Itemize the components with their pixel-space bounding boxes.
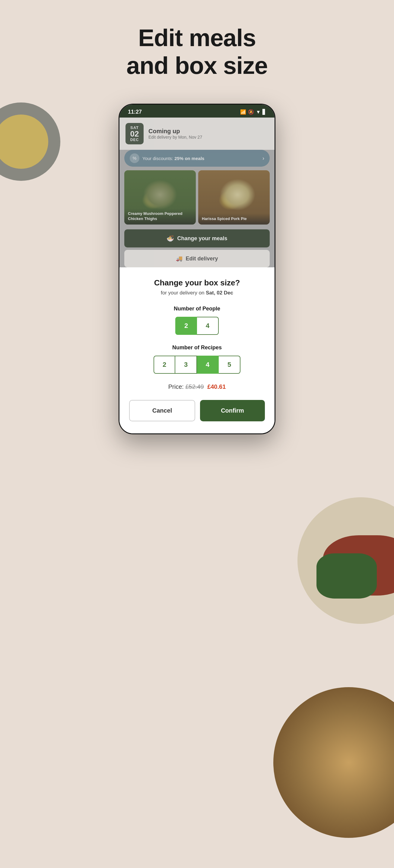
cancel-button[interactable]: Cancel [129,400,195,421]
meal-card-2-label: Harissa Spiced Pork Pie [198,213,270,224]
status-bar: 11:27 📶 🔕 ▼ ▋ [119,104,275,118]
discount-chevron: › [262,155,264,161]
price-row: Price: £52.49 £40.61 [129,383,265,390]
discount-left: % Your discounts: 25% on meals [130,153,204,163]
page-header: Edit meals and box size [114,0,280,98]
recipes-option-5[interactable]: 5 [219,355,241,374]
people-section-label: Number of People [129,306,265,312]
delivery-month: DEC [129,138,140,142]
confirm-button[interactable]: Confirm [200,400,265,421]
signal-icon: 📶 [240,109,246,115]
recipes-option-4[interactable]: 4 [197,355,219,374]
meal-cards-container: Creamy Mushroom Peppered Chicken Thighs … [119,170,275,229]
price-label: Price: [168,383,186,390]
percent-icon: % [130,153,139,163]
status-icons: 📶 🔕 ▼ ▋ [240,109,266,115]
modal-title: Change your box size? [129,278,265,287]
notification-icon: 🔕 [248,109,254,115]
app-background: SAT 02 DEC Coming up Edit delivery by Mo… [119,118,275,267]
battery-icon: ▋ [262,109,266,115]
edit-delivery-button[interactable]: 🚚 Edit delivery [124,250,270,267]
price-original: £52.49 [185,383,204,390]
delivery-info: Coming up Edit delivery by Mon, Nov 27 [148,128,202,140]
page-title: Edit meals and box size [126,24,268,80]
people-toggle-group: 2 4 [129,317,265,335]
recipes-option-2[interactable]: 2 [153,355,175,374]
recipes-option-3[interactable]: 3 [175,355,197,374]
status-time: 11:27 [128,109,142,115]
people-option-4[interactable]: 4 [197,317,219,335]
meal-card-1-label: Creamy Mushroom Peppered Chicken Thighs [124,208,196,224]
action-buttons: Cancel Confirm [129,400,265,421]
modal-subtitle: for your delivery on Sat, 02 Dec [129,290,265,296]
date-badge: SAT 02 DEC [125,123,144,144]
phone-body: 11:27 📶 🔕 ▼ ▋ SAT 02 DEC Coming up Edit … [118,104,276,434]
meal-card-2[interactable]: Harissa Spiced Pork Pie [198,170,270,224]
price-discounted: £40.61 [207,383,226,390]
recipes-section-label: Number of Recipes [129,344,265,351]
change-meals-button[interactable]: 🍜 Change your meals [124,229,270,247]
wifi-icon: ▼ [256,110,261,115]
change-meals-label: Change your meals [177,236,227,242]
meals-icon: 🍜 [167,235,174,242]
coming-up-title: Coming up [148,128,202,135]
truck-icon: 🚚 [176,255,182,262]
bg-nuts-decoration [0,102,60,181]
discount-text: Your discounts: 25% on meals [142,156,204,161]
phone-mockup: 11:27 📶 🔕 ▼ ▋ SAT 02 DEC Coming up Edit … [118,104,276,434]
people-option-2[interactable]: 2 [175,317,197,335]
delivery-header: SAT 02 DEC Coming up Edit delivery by Mo… [119,118,275,150]
bg-bottom-decoration [273,687,394,838]
bg-steak-decoration [298,497,394,624]
discount-banner[interactable]: % Your discounts: 25% on meals › [124,150,270,167]
recipes-toggle-group: 2 3 4 5 [129,355,265,374]
edit-delivery-label: Edit delivery [186,255,218,262]
edit-deadline: Edit delivery by Mon, Nov 27 [148,135,202,140]
modal-sheet: Change your box size? for your delivery … [119,267,275,433]
delivery-date-num: 02 [129,130,140,138]
meal-card-1[interactable]: Creamy Mushroom Peppered Chicken Thighs [124,170,196,224]
